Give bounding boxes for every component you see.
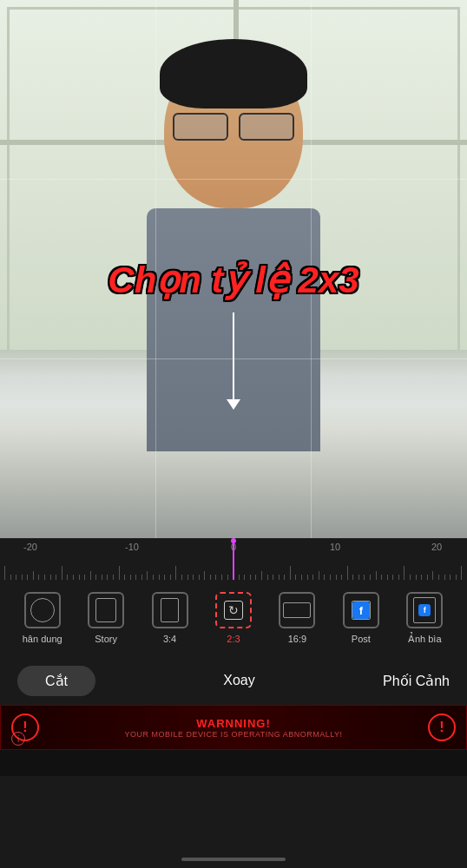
ratio-icon-169 xyxy=(279,592,315,628)
ratio-item-story[interactable]: Story xyxy=(81,592,131,644)
photo-background: Chọn tỷ lệ 2x3 xyxy=(0,0,467,538)
rotate-icon: ↻ xyxy=(228,603,239,617)
ratio-label-34: 3:4 xyxy=(163,634,176,644)
fb-icon-cover: f xyxy=(418,604,431,616)
overlay-instruction-text: Chọn tỷ lệ 2x3 xyxy=(108,259,358,301)
bottom-panel: -20 -10 0 10 20 hân dung Story xyxy=(0,538,467,868)
perspective-label: Phối Cảnh xyxy=(383,673,450,689)
ratio-label-portrait: hân dung xyxy=(23,634,62,644)
arrow-head xyxy=(227,399,240,410)
ratio-icon-cover: f xyxy=(406,592,443,628)
ratio-item-cover[interactable]: f Ảnh bìa xyxy=(399,592,450,645)
ratio-icon-23: ↻ xyxy=(215,592,252,628)
rotation-ruler[interactable]: -20 -10 0 10 20 xyxy=(0,538,467,580)
rotate-23-shape: ↻ xyxy=(222,599,245,621)
ruler-cursor-dot xyxy=(231,538,236,543)
home-indicator-bar xyxy=(0,750,467,776)
ratio-label-169: 16:9 xyxy=(288,634,306,644)
portrait-round-shape xyxy=(30,598,55,622)
warning-icon-right: ! xyxy=(428,713,456,741)
ratio-item-23[interactable]: ↻ 2:3 xyxy=(208,592,259,644)
story-shape xyxy=(95,598,116,622)
arrow-indicator xyxy=(227,312,240,410)
warning-subtitle: YOUR MOBILE DEVICE IS OPERATING ABNORMAL… xyxy=(48,730,419,739)
rotate-label: Xoay xyxy=(223,673,254,688)
fb-icon: f xyxy=(352,602,370,619)
warning-text-block: WARNNING! YOUR MOBILE DEVICE IS OPERATIN… xyxy=(48,717,419,739)
ratio-icon-portrait xyxy=(24,592,61,628)
ruler-mark-10: 10 xyxy=(322,542,348,552)
hair xyxy=(160,39,307,108)
action-buttons-row: Cắt Xoay Phối Cảnh xyxy=(0,656,467,705)
warning-title: WARNNING! xyxy=(48,717,419,730)
ratio-item-portrait[interactable]: hân dung xyxy=(17,592,68,644)
warning-banner: ! WARNNING! YOUR MOBILE DEVICE IS OPERAT… xyxy=(0,705,467,750)
ratio-label-cover: Ảnh bìa xyxy=(408,634,442,645)
ratio-label-23: 2:3 xyxy=(227,634,240,644)
warning-info-icon: i xyxy=(11,732,25,746)
aspect-ratio-row: hân dung Story 3:4 ↻ 2:3 xyxy=(0,580,467,656)
ratio-label-story: Story xyxy=(95,634,117,644)
ruler-mark-20: 20 xyxy=(424,542,450,552)
glasses xyxy=(168,113,299,141)
ratio-label-post: Post xyxy=(352,634,371,644)
ratio-item-169[interactable]: 16:9 xyxy=(272,592,322,644)
cover-shape: f xyxy=(413,597,436,623)
shape-169 xyxy=(283,602,311,618)
arrow-line xyxy=(233,312,234,399)
ruler-cursor-line xyxy=(233,538,234,580)
photo-preview: Chọn tỷ lệ 2x3 xyxy=(0,0,467,538)
head xyxy=(164,52,303,208)
shape-34 xyxy=(161,598,179,622)
cut-button[interactable]: Cắt xyxy=(17,666,95,696)
ratio-icon-34 xyxy=(152,592,188,628)
ratio-item-post[interactable]: f Post xyxy=(336,592,386,644)
post-shape: f xyxy=(352,601,371,620)
ratio-icon-post: f xyxy=(343,592,379,628)
ratio-item-34[interactable]: 3:4 xyxy=(145,592,195,644)
ratio-icon-story xyxy=(88,592,124,628)
home-indicator xyxy=(181,858,286,861)
ruler-mark-neg20: -20 xyxy=(17,542,43,552)
ruler-mark-neg10: -10 xyxy=(119,542,145,552)
